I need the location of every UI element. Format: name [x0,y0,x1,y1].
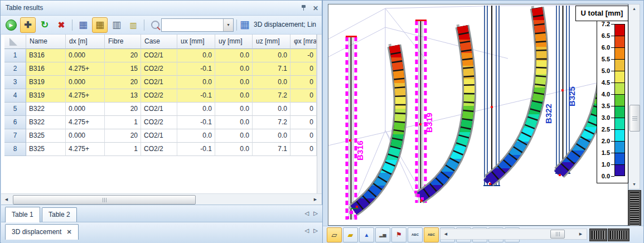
legend-tick-label: 2.0 [597,138,610,144]
table-row[interactable]: 1B3160.00020CO2/10.00.00.0-0 [4,49,317,62]
table-row[interactable]: 3B3190.00020CO2/10.00.00.00 [4,76,317,89]
show-supports-icon: ▲ [364,232,370,238]
chevron-down-icon[interactable]: ▾ [223,19,233,31]
show-loads-icon: ▂▅ [379,232,386,237]
cell-num[interactable]: 8 [4,143,26,156]
table-horizontal-scrollbar[interactable]: ◀ ▶ [1,193,322,205]
cell-num[interactable]: 2 [4,62,26,76]
report-label: 3D displacement; Lin [254,21,316,28]
run-results-button[interactable]: ▶ [3,17,19,33]
tab-3d-displacement[interactable]: 3D displacement✕ [5,224,79,240]
close-icon[interactable]: ✕ [313,5,318,12]
new-table-button[interactable]: ✚ [20,17,36,33]
legend-color-scale: 7.26.56.05.55.04.54.03.53.02.52.01.51.00… [597,20,628,183]
cell-ux: 0.0 [177,103,215,116]
table-columns-button[interactable]: ▥ [109,17,124,33]
beam-b319-result[interactable] [415,25,469,197]
view-splitter-horizontal-grip-2[interactable] [608,229,629,241]
scroll-up-icon[interactable]: ▲ [629,4,640,13]
render-wireframe-button[interactable]: ▱ [327,227,342,242]
doc-tab-nav-left-icon[interactable]: ◁ [305,227,309,234]
3d-viewport[interactable]: B316 B319 B322 B325 U total [mm] 7.26.56… [328,4,628,226]
vscroll-thumb[interactable] [630,105,640,132]
cell-name: B322 [26,116,66,129]
tab-close-icon[interactable]: ✕ [66,229,71,235]
member-labels-button[interactable]: ABC [424,227,439,242]
table-row[interactable]: 5B3220.00020CO2/10.00.00.00 [4,103,317,116]
cell-fibre: 20 [105,129,141,143]
report-indicator: ▦ 3D displacement; Lin [240,18,323,31]
view-splitter-horizontal-grip-1[interactable] [590,229,607,241]
column-b319-selected[interactable] [415,20,427,203]
cell-case: CO2/1 [141,76,177,89]
scroll-left-icon[interactable]: ◀ [2,194,11,205]
column-header-uz[interactable]: uz [mm] [253,35,290,49]
table-row[interactable]: 6B3224.275+1CO2/2-0.10.07.20 [4,116,317,129]
cell-uy: 0.0 [215,49,253,62]
table-summary-icon: ▦ [95,19,104,31]
run-results-icon: ▶ [6,20,17,31]
column-header-case[interactable]: Case [141,35,177,49]
table-row[interactable]: 7B3250.00020CO2/10.00.00.00 [4,129,317,143]
tab-table-2[interactable]: Table 2 [42,207,77,222]
table-row[interactable]: 8B3254.275+1CO2/2-0.10.07.10 [4,143,317,156]
cell-num[interactable]: 5 [4,103,26,116]
result-type-combobox[interactable]: ▾ [161,18,234,32]
cell-num[interactable]: 1 [4,49,26,62]
member-label-b322[interactable]: B322 [544,104,553,124]
scroll-down-icon[interactable]: ▼ [629,180,640,189]
legend-color-segment [614,141,625,153]
render-solid-button[interactable]: ▰ [343,227,358,242]
tab-nav-right-icon[interactable]: ▷ [313,210,318,216]
tab-table-1[interactable]: Table 1 [5,207,40,222]
3d-scene[interactable]: B316 B319 B322 B325 [328,4,628,225]
refresh-results-button[interactable]: ↻ [37,17,52,33]
member-label-b316[interactable]: B316 [355,140,365,161]
member-label-b325[interactable]: B325 [567,86,577,106]
cell-num[interactable]: 6 [4,116,26,129]
node-labels-button[interactable]: ABC [408,227,423,242]
view-splitter-vertical-grip[interactable] [628,191,641,230]
view-scroll-right-icon[interactable]: ▶ [577,229,585,239]
column-header-uy[interactable]: uy [mm] [215,35,253,49]
column-header-phix[interactable]: φx [mra [290,35,317,49]
view-scroll-left-icon[interactable]: ◀ [442,229,450,239]
legend-color-segment [614,164,625,176]
select-all-corner[interactable] [4,35,26,49]
show-model-data-button[interactable]: ⚑ [391,227,406,242]
table-vertical-scrollbar[interactable] [317,35,322,193]
cell-uz: 7.1 [253,62,290,76]
view-vertical-scrollbar[interactable]: ▲ ▼ [628,4,640,189]
view-horizontal-scrollbar[interactable]: ◀ ▶ [440,229,587,240]
table-summary-button[interactable]: ▦ [92,17,108,33]
column-header-name[interactable]: Name [26,35,66,49]
search-filter-button[interactable] [147,17,163,33]
hscroll-thumb[interactable] [13,195,196,205]
view-hscroll-thumb[interactable] [550,230,565,239]
column-header-ux[interactable]: ux [mm] [177,35,215,49]
node-labels-icon: ABC [411,233,419,236]
column-header-fibre[interactable]: Fibre [105,35,141,49]
column-b316-selected[interactable] [346,36,357,220]
show-supports-button[interactable]: ▲ [359,227,374,242]
cell-uy: 0.0 [215,129,253,143]
member-label-b319[interactable]: B319 [424,113,434,133]
cell-name: B316 [26,62,66,76]
table-row[interactable]: 4B3194.275+13CO2/2-0.10.07.20 [4,89,317,103]
column-header-dx[interactable]: dx [m] [66,35,105,49]
beam-b322-result[interactable] [485,6,541,181]
scroll-right-icon[interactable]: ▶ [311,194,319,205]
doc-tab-nav-right-icon[interactable]: ▷ [313,227,318,234]
table-detailed-button[interactable]: ▦ [75,17,91,33]
pin-icon[interactable] [301,4,307,12]
delete-table-button[interactable]: ✖ [54,17,69,33]
cell-num[interactable]: 4 [4,89,26,103]
show-loads-button[interactable]: ▂▅ [375,227,390,242]
cell-num[interactable]: 7 [4,129,26,143]
table-compact-button[interactable]: ▥ [125,17,141,33]
table-row[interactable]: 2B3164.275+15CO2/2-0.10.07.10 [4,62,317,76]
column-b322[interactable] [483,6,500,186]
cell-phix: 0 [290,76,317,89]
tab-nav-left-icon[interactable]: ◁ [305,210,309,216]
cell-num[interactable]: 3 [4,76,26,89]
